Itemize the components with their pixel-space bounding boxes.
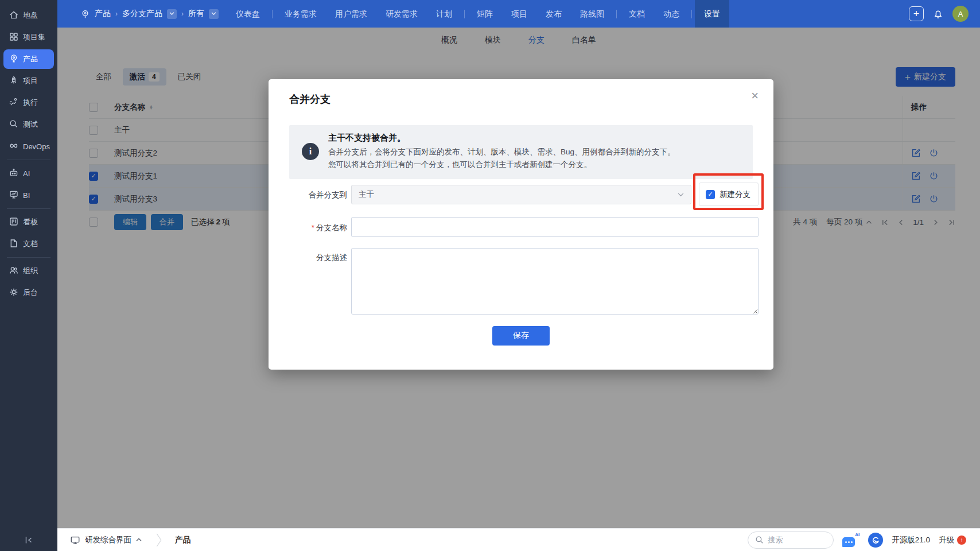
sidebar-item-label: BI [23, 191, 30, 200]
separator-chevron-icon [155, 533, 162, 548]
sidebar-item-ai[interactable]: AI [3, 164, 54, 183]
admin-gear-icon [9, 287, 19, 299]
product-dropdown-chevron-icon[interactable] [167, 9, 177, 19]
sidebar-item-project[interactable]: 项目 [3, 71, 54, 91]
tab-plan[interactable]: 计划 [427, 0, 461, 28]
required-mark: * [312, 223, 314, 232]
topbar-actions: + A [909, 6, 980, 22]
sidebar-item-label: AI [23, 169, 30, 178]
global-search [748, 531, 834, 549]
tab-dashboard[interactable]: 仪表盘 [227, 0, 269, 28]
sidebar-item-label: 产品 [23, 54, 38, 64]
modal-title: 合并分支 [289, 92, 330, 106]
nav-divider [691, 10, 692, 18]
doc-file-icon [9, 238, 19, 250]
tab-settings[interactable]: 设置 [695, 0, 729, 28]
tab-matrix[interactable]: 矩阵 [468, 0, 502, 28]
sidebar-item-admin[interactable]: 后台 [3, 283, 54, 302]
sidebar-item-label: 后台 [23, 288, 38, 298]
merge-info-alert: i 主干不支持被合并。 合并分支后，会将分支下面对应的发布、计划、版本、模块、需… [289, 125, 753, 179]
breadcrumb-product[interactable]: 多分支产品 [122, 9, 162, 19]
quick-create-button[interactable]: + [909, 6, 924, 21]
branch-name-input[interactable] [351, 217, 759, 237]
sidebar-item-doc[interactable]: 文档 [3, 234, 54, 254]
merge-to-label: 合并分支到 [269, 190, 347, 200]
sidebar-collapse-icon[interactable] [0, 535, 57, 545]
sidebar-item-label: 测试 [23, 119, 38, 130]
merge-branch-modal: 合并分支 × i 主干不支持被合并。 合并分支后，会将分支下面对应的发布、计划、… [269, 79, 773, 370]
breadcrumb-separator: › [181, 10, 184, 18]
tab-release[interactable]: 发布 [536, 0, 571, 28]
close-icon[interactable]: × [751, 88, 759, 103]
devops-infinity-icon [9, 141, 19, 153]
sidebar: 地盘 项目集 产品 项目 执行 测试 DevOps AI BI 看板 文档 [0, 0, 57, 551]
version-label[interactable]: 开源版21.0 [892, 535, 930, 545]
project-rocket-icon [9, 75, 19, 87]
screen-monitor-icon [70, 535, 80, 545]
alert-title: 主干不支持被合并。 [328, 133, 675, 143]
nav-divider [464, 10, 465, 18]
tab-doc[interactable]: 文档 [620, 0, 654, 28]
merge-to-select[interactable]: 主干 [351, 185, 691, 204]
sidebar-item-label: 项目 [23, 76, 38, 86]
sidebar-item-execution[interactable]: 执行 [3, 93, 54, 112]
ai-assistant-icon[interactable]: AI [842, 533, 860, 547]
notification-bell-icon[interactable] [932, 7, 944, 20]
sidebar-item-dashboard[interactable]: 地盘 [3, 6, 54, 25]
tab-user-requirements[interactable]: 用户需求 [326, 0, 376, 28]
breadcrumb-root[interactable]: 产品 [95, 9, 111, 19]
chevron-up-icon[interactable] [136, 538, 142, 542]
home-icon [9, 10, 19, 22]
sidebar-item-label: DevOps [23, 142, 50, 151]
sidebar-item-product[interactable]: 产品 [3, 49, 54, 69]
tab-dynamic[interactable]: 动态 [654, 0, 689, 28]
status-bar: 研发综合界面 产品 AI 开源版21.0 升级 ↑ [57, 528, 980, 551]
sidebar-item-devops[interactable]: DevOps [3, 137, 54, 156]
sidebar-item-org[interactable]: 组织 [3, 261, 54, 281]
search-icon [755, 536, 764, 544]
sidebar-item-label: 看板 [23, 217, 38, 227]
sidebar-divider [7, 160, 50, 160]
branch-desc-textarea[interactable] [351, 248, 759, 315]
avatar[interactable]: A [952, 6, 969, 22]
sidebar-item-label: 项目集 [23, 32, 45, 42]
location-pin-icon [80, 9, 90, 19]
merge-to-value: 主干 [359, 189, 374, 200]
nav-divider [272, 10, 273, 18]
tab-dev-requirements[interactable]: 研发需求 [376, 0, 427, 28]
sidebar-item-label: 组织 [23, 266, 38, 276]
branch-desc-label: 分支描述 [269, 253, 347, 263]
tab-business-requirements[interactable]: 业务需求 [275, 0, 326, 28]
sidebar-item-label: 地盘 [23, 10, 38, 21]
upgrade-link[interactable]: 升级 ↑ [939, 535, 966, 545]
upgrade-badge-icon: ↑ [957, 536, 966, 545]
bi-board-icon [9, 189, 19, 201]
sidebar-item-label: 文档 [23, 239, 38, 249]
sidebar-item-program[interactable]: 项目集 [3, 28, 54, 47]
view-switcher[interactable]: 研发综合界面 [85, 535, 131, 545]
save-button[interactable]: 保存 [492, 326, 550, 346]
search-input[interactable] [768, 536, 822, 544]
program-grid-icon [9, 32, 19, 44]
sidebar-item-qa[interactable]: 测试 [3, 115, 54, 134]
topbar: 产品 › 多分支产品 › 所有 仪表盘 业务需求 用户需求 研发需求 计划 矩阵… [57, 0, 980, 28]
sidebar-item-bi[interactable]: BI [3, 185, 54, 205]
execution-runner-icon [9, 97, 19, 109]
top-navigation: 仪表盘 业务需求 用户需求 研发需求 计划 矩阵 项目 发布 路线图 文档 动态… [227, 0, 729, 28]
breadcrumb-scope[interactable]: 所有 [188, 9, 204, 19]
sidebar-divider [7, 208, 50, 209]
alert-line-1: 合并分支后，会将分支下面对应的发布、计划、版本、模块、需求、Bug、用例都合并到… [328, 146, 675, 158]
tab-project[interactable]: 项目 [502, 0, 536, 28]
status-context: 产品 [175, 535, 190, 545]
sidebar-item-kanban[interactable]: 看板 [3, 212, 54, 232]
org-users-icon [9, 265, 19, 277]
sidebar-divider [7, 257, 50, 258]
product-bulb-icon [9, 53, 19, 65]
new-branch-checkbox[interactable]: ✓ [706, 190, 715, 199]
new-branch-checkbox-label[interactable]: 新建分支 [720, 189, 750, 200]
sidebar-item-label: 执行 [23, 98, 38, 108]
scope-dropdown-chevron-icon[interactable] [209, 9, 219, 19]
breadcrumb-separator: › [115, 10, 118, 18]
tab-roadmap[interactable]: 路线图 [571, 0, 613, 28]
zentao-logo[interactable] [868, 533, 883, 548]
